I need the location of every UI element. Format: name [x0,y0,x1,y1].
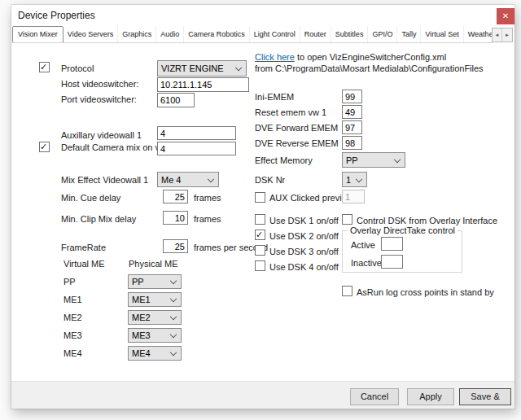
tab-strip: Vision Mixer Video Servers Graphics Audi… [12,26,493,43]
dve-reverse-emem-input[interactable] [342,136,362,150]
reset-emem-label: Reset emem vw 1 [255,107,326,118]
framerate-label: FrameRate [61,243,106,253]
physical-me-pp-value: PP [132,277,144,287]
effect-memory-label: Effect Memory [255,155,313,166]
tab-subtitles[interactable]: Subtitles [331,26,369,42]
min-clip-mix-delay-label: Min. Clip Mix delay [61,214,136,225]
config-link-line2: from C:\ProgramData\Mosart Medialab\Conf… [255,63,484,74]
device-properties-dialog: Device Properties ✕ Vision Mixer Video S… [11,5,514,409]
cancel-button[interactable]: Cancel [350,388,399,405]
mix-effect-videowall-value: Me 4 [161,175,181,185]
config-link-line1: Click here to open VizEngineSwitcherConf… [255,51,446,63]
host-videoswitcher-label: Host videoswitcher: [61,79,138,90]
physical-me3-dropdown[interactable]: ME3 [128,328,182,343]
min-cue-delay-input[interactable] [163,190,188,203]
auxillary-videowall-input[interactable] [157,126,236,140]
aux-clicked-preview-input [342,190,365,203]
save-close-button[interactable]: Save & Close [459,388,511,405]
config-link-rest: to open VizEngineSwitcherConfig.xml [295,52,446,62]
tab-gpio[interactable]: GPI/O [368,26,397,42]
use-dsk2-checkbox[interactable] [255,230,265,240]
tab-vision-mixer[interactable]: Vision Mixer [12,26,63,43]
apply-button[interactable]: Apply [407,388,454,405]
port-videoswitcher-label: Port videoswitcher: [61,94,137,105]
min-cue-delay-unit: frames [194,193,221,203]
reset-emem-input[interactable] [342,105,362,119]
physical-me3-value: ME3 [132,330,151,340]
asrun-log-checkbox[interactable] [342,286,352,296]
protocol-dropdown-value: VIZRT ENGINE [161,63,224,73]
auxillary-videowall-label: Auxillary videowall 1 [61,130,142,141]
tab-graphics[interactable]: Graphics [118,26,156,42]
asrun-log-label: AsRun log cross points in stand by [357,287,494,298]
dve-reverse-emem-label: DVE Reverse EMEM [255,138,339,149]
chevron-down-icon [235,64,242,71]
close-icon[interactable]: ✕ [497,8,514,24]
virtual-me4-label: ME4 [63,348,82,359]
aux-clicked-preview-label: AUX Clicked preview [269,193,353,203]
dve-forward-emem-input[interactable] [342,120,362,134]
footer-bar: Cancel Apply Save & Close [11,381,514,409]
effect-memory-dropdown[interactable]: PP [342,152,405,168]
min-clip-mix-delay-input[interactable] [163,211,188,225]
chevron-down-icon [170,313,177,320]
tab-audio[interactable]: Audio [156,26,184,42]
default-camera-mix-label: Default Camera mix on vw [61,142,166,153]
tab-virtual-set[interactable]: Virtual Set [421,26,463,42]
overlay-inactive-label: Inactive [351,258,382,269]
effect-memory-value: PP [346,155,358,165]
protocol-label: Protocol [61,63,94,74]
protocol-dropdown[interactable]: VIZRT ENGINE [157,60,247,77]
chevron-down-icon [394,155,401,162]
overlay-directtake-title: Overlay DirectTake control [348,225,458,235]
tab-router[interactable]: Router [300,26,331,42]
default-camera-mix-checkbox[interactable] [39,142,50,152]
use-dsk4-label: Use DSK 4 on/off [269,262,339,273]
use-dsk3-label: Use DSK 3 on/off [269,247,339,257]
ini-emem-input[interactable] [342,90,362,103]
tab-tally[interactable]: Tally [397,26,421,42]
physical-me4-dropdown[interactable]: ME4 [128,346,182,361]
host-videoswitcher-input[interactable] [157,77,249,92]
use-dsk3-checkbox[interactable] [255,245,265,256]
tab-weather[interactable]: Weather [464,26,493,42]
control-dsk-overlay-checkbox[interactable] [342,214,352,225]
framerate-input[interactable] [163,239,188,253]
tab-scroll-control: ◄ ► [492,28,513,42]
virtual-me2-label: ME2 [63,313,82,323]
dve-forward-emem-label: DVE Forward EMEM [255,123,338,133]
min-clip-mix-delay-unit: frames [194,214,221,225]
physical-me1-dropdown[interactable]: ME1 [128,292,182,307]
use-dsk1-checkbox[interactable] [255,214,265,225]
chevron-down-icon [356,175,362,182]
virtual-me-header: Virtual ME [63,259,105,269]
physical-me4-value: ME4 [132,348,151,358]
mix-effect-videowall-dropdown[interactable]: Me 4 [157,172,219,187]
virtual-me1-label: ME1 [63,295,82,305]
protocol-enabled-checkbox[interactable] [39,62,50,72]
default-camera-mix-input[interactable] [157,142,236,155]
tab-light-control[interactable]: Light Control [250,26,300,42]
aux-clicked-preview-checkbox[interactable] [255,192,265,203]
physical-me-pp-dropdown[interactable]: PP [128,274,182,289]
tab-video-servers[interactable]: Video Servers [63,26,118,42]
physical-me2-dropdown[interactable]: ME2 [128,310,182,325]
port-videoswitcher-input[interactable] [157,93,195,107]
dsk-nr-dropdown[interactable]: 1 [342,172,367,187]
tab-camera-robotics[interactable]: Camera Robotics [184,26,250,42]
tab-scroll-left-icon[interactable]: ◄ [493,28,502,42]
dsk-nr-label: DSK Nr [255,175,285,186]
dsk-nr-value: 1 [346,175,351,185]
chevron-down-icon [170,278,177,284]
overlay-inactive-input[interactable] [381,255,403,269]
min-cue-delay-label: Min. Cue delay [61,193,120,203]
chevron-down-icon [208,175,214,182]
tab-scroll-right-icon[interactable]: ► [502,28,512,42]
config-xml-link[interactable]: Click here [255,52,295,62]
overlay-active-input[interactable] [381,237,403,251]
use-dsk1-label: Use DSK 1 on/off [269,216,339,226]
chevron-down-icon [170,295,177,302]
use-dsk4-checkbox[interactable] [255,260,265,271]
title-bar: Device Properties ✕ [11,5,514,26]
ini-emem-label: Ini-EMEM [255,92,294,103]
